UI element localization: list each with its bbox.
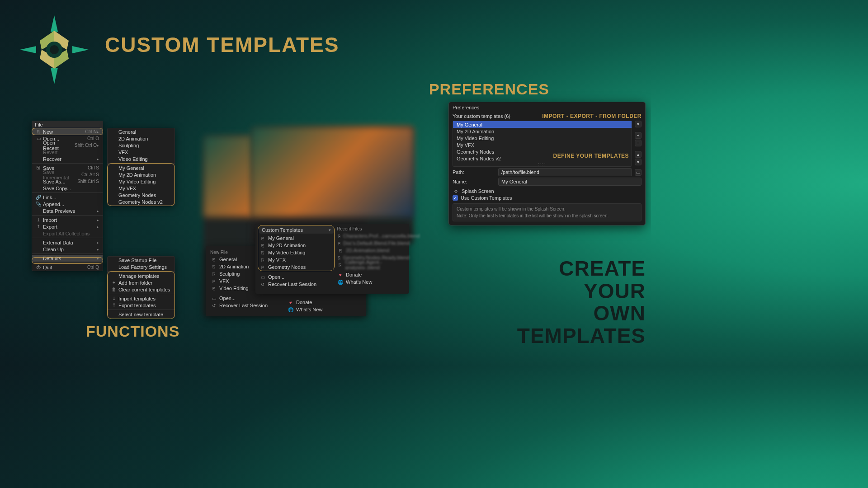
new-my-general[interactable]: My General bbox=[108, 164, 175, 171]
import-export-label: IMPORT - EXPORT - FROM FOLDER bbox=[542, 113, 642, 119]
define-templates-label: DEFINE YOUR TEMPLATES bbox=[553, 153, 629, 159]
new-general[interactable]: General bbox=[108, 128, 175, 135]
recent-file[interactable]: ⎘Doc's.Default.Blend.File.blend bbox=[337, 239, 407, 247]
splash2-whatsnew[interactable]: 🌐What's New bbox=[337, 278, 407, 286]
splash-whatsnew[interactable]: 🌐What's New bbox=[287, 306, 362, 313]
menu-item-export[interactable]: ⤒Export▸ bbox=[32, 223, 103, 230]
template-row[interactable]: My 2D Animation bbox=[453, 128, 632, 135]
menu-item-open-recent[interactable]: Open RecentShift Ctrl O▸ bbox=[32, 142, 103, 149]
new-2d-animation[interactable]: 2D Animation bbox=[108, 135, 175, 142]
splash-donate[interactable]: ♥Donate bbox=[287, 299, 362, 306]
svg-marker-0 bbox=[51, 15, 58, 32]
menu-item-data-previews[interactable]: Data Previews▸ bbox=[32, 207, 103, 214]
new-my-video-editing[interactable]: My Video Editing bbox=[108, 178, 175, 185]
file-icon: ⎘ bbox=[338, 241, 340, 246]
menu-item-new[interactable]: ⎘NewCtrl N▸ bbox=[32, 128, 103, 135]
new-video-editing[interactable]: Video Editing bbox=[108, 155, 175, 162]
file-icon: ⎘ bbox=[211, 264, 217, 269]
recent-file[interactable]: ⎘Callenge.Agent.-analyses-.blend bbox=[337, 261, 407, 268]
new-vfx[interactable]: VFX bbox=[108, 149, 175, 155]
recover-icon: ↺ bbox=[260, 282, 265, 287]
splash-custom-my-video-editing[interactable]: ⎘My Video Editing bbox=[259, 249, 334, 256]
prefs-title: Preferences bbox=[453, 105, 642, 110]
svg-marker-3 bbox=[72, 46, 89, 53]
menu-item-import[interactable]: ⤓Import▸ bbox=[32, 216, 103, 223]
file-icon: ⎘ bbox=[338, 248, 343, 253]
splash2-open[interactable]: ▭Open... bbox=[259, 273, 334, 281]
defaults-import-templates[interactable]: ⤓Import templates bbox=[108, 295, 175, 302]
menu-item-select-new-template[interactable]: Select new template bbox=[108, 311, 175, 318]
recent-file[interactable]: ⎘Characters.Prof...carrozzella.blend bbox=[337, 232, 407, 239]
menu-item-quit[interactable]: ⏻QuitCtrl Q bbox=[32, 264, 103, 271]
defaults-submenu[interactable]: Save Startup FileLoad Factory Settings M… bbox=[107, 256, 175, 318]
file-icon: ⎘ bbox=[338, 234, 340, 239]
browse-path-button[interactable]: ▭ bbox=[635, 169, 642, 176]
name-label: Name: bbox=[453, 179, 495, 184]
template-row[interactable]: My General bbox=[453, 121, 632, 128]
defaults-manage-templates[interactable]: Manage templates bbox=[108, 272, 175, 279]
new-sculpting[interactable]: Sculpting bbox=[108, 142, 175, 149]
preferences-panel: Preferences Your custom templates (6) IM… bbox=[448, 102, 646, 225]
file-icon: ⎘ bbox=[211, 257, 217, 262]
name-field[interactable]: My General bbox=[498, 178, 642, 186]
custom-templates-dropdown[interactable]: Custom Templates▾ bbox=[259, 226, 334, 234]
file-menu[interactable]: File ⎘NewCtrl N▸▭Open...Ctrl OOpen Recen… bbox=[32, 121, 103, 271]
menu-item-append-[interactable]: 📎Append... bbox=[32, 201, 103, 207]
splash-custom-my-vfx[interactable]: ⎘My VFX bbox=[259, 256, 334, 263]
splash-custom-my-2d-animation[interactable]: ⎘My 2D Animation bbox=[259, 242, 334, 249]
folder-icon: ▭ bbox=[211, 296, 217, 301]
defaults-save-startup-file[interactable]: Save Startup File bbox=[108, 257, 175, 263]
menu-item-defaults[interactable]: Defaults▸ bbox=[32, 255, 103, 262]
menu-item-export-all-collections[interactable]: Export All Collections bbox=[32, 230, 103, 237]
recent-file[interactable]: ⎘2D.Animation.blend bbox=[337, 247, 407, 254]
globe-icon: 🌐 bbox=[288, 307, 293, 312]
file-menu-title: File bbox=[32, 121, 103, 128]
use-custom-templates-checkbox[interactable]: ✓ bbox=[453, 195, 458, 201]
defaults-load-factory-settings[interactable]: Load Factory Settings bbox=[108, 263, 175, 270]
menu-item-external-data[interactable]: External Data▸ bbox=[32, 239, 103, 246]
template-row[interactable]: My VFX bbox=[453, 141, 632, 148]
move-up-button[interactable]: ▴ bbox=[635, 151, 642, 158]
splash-custom-geometry-nodes[interactable]: ⎘Geometry Nodes bbox=[259, 263, 334, 271]
new-geometry-nodes[interactable]: Geometry Nodes bbox=[108, 192, 175, 198]
menu-item-save-as-[interactable]: Save As...Shift Ctrl S bbox=[32, 178, 103, 185]
menu-item-clean-up[interactable]: Clean Up▸ bbox=[32, 246, 103, 253]
gear-icon: ⚙ bbox=[453, 189, 459, 194]
templates-list[interactable]: My GeneralMy 2D AnimationMy Video Editin… bbox=[453, 121, 632, 167]
new-my-2d-animation[interactable]: My 2D Animation bbox=[108, 171, 175, 178]
menu-item-recover[interactable]: Recover▸ bbox=[32, 155, 103, 162]
file-icon: ⎘ bbox=[260, 250, 265, 255]
menu-item-link-[interactable]: 🔗Link... bbox=[32, 194, 103, 201]
functions-heading: FUNCTIONS bbox=[86, 323, 179, 340]
splash-custom-my-general[interactable]: ⎘My General bbox=[259, 235, 334, 242]
menu-item-revert[interactable]: Revert bbox=[32, 149, 103, 155]
splash2-donate[interactable]: ♥Donate bbox=[337, 271, 407, 278]
svg-point-9 bbox=[50, 45, 59, 54]
svg-marker-1 bbox=[51, 68, 58, 84]
custom-templates-count: Your custom templates (6) bbox=[453, 113, 510, 119]
defaults-export-templates[interactable]: ⤒Export templates bbox=[108, 302, 175, 309]
menu-item-save-incremental[interactable]: Save IncrementalCtrl Alt S bbox=[32, 171, 103, 178]
remove-template-button[interactable]: − bbox=[635, 140, 642, 146]
recover-icon: ↺ bbox=[211, 303, 217, 308]
new-my-vfx[interactable]: My VFX bbox=[108, 185, 175, 192]
splash-open[interactable]: ▭Open... bbox=[210, 295, 283, 302]
path-label: Path: bbox=[453, 169, 495, 175]
heart-icon: ♥ bbox=[338, 272, 343, 277]
splash2-recover[interactable]: ↺Recover Last Session bbox=[259, 281, 334, 288]
svg-marker-2 bbox=[20, 46, 36, 53]
menu-item-save-copy-[interactable]: Save Copy... bbox=[32, 185, 103, 192]
splash-recover[interactable]: ↺Recover Last Session bbox=[210, 302, 283, 309]
defaults-clear-current-templates[interactable]: 🗑Clear current templates bbox=[108, 286, 175, 293]
path-field[interactable]: /path/to/file.blend bbox=[498, 168, 632, 176]
add-template-button[interactable]: + bbox=[635, 132, 642, 139]
move-down-button[interactable]: ▾ bbox=[635, 159, 642, 165]
file-icon: ⎘ bbox=[338, 263, 342, 267]
list-menu-button[interactable]: ▾ bbox=[635, 121, 642, 127]
file-icon: ⎘ bbox=[260, 236, 265, 241]
defaults-add-from-folder[interactable]: +Add from folder bbox=[108, 279, 175, 286]
template-row[interactable]: My Video Editing bbox=[453, 135, 632, 141]
new-submenu[interactable]: General2D AnimationSculptingVFXVideo Edi… bbox=[107, 128, 175, 206]
file-icon: ⎘ bbox=[260, 243, 265, 248]
new-geometry-nodes-v2[interactable]: Geometry Nodes v2 bbox=[108, 198, 175, 205]
